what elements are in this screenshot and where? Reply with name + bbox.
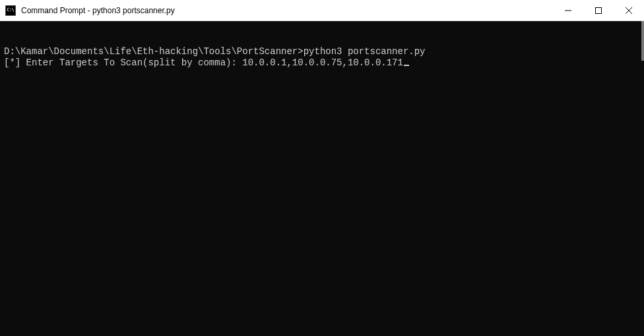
maximize-icon [595, 7, 602, 14]
close-button[interactable] [614, 0, 644, 20]
terminal-area[interactable]: D:\Kamar\Documents\Life\Eth-hacking\Tool… [0, 21, 644, 336]
window-title: Command Prompt - python3 portscanner.py [21, 6, 553, 15]
terminal-content: D:\Kamar\Documents\Life\Eth-hacking\Tool… [0, 21, 644, 94]
close-icon [626, 7, 632, 14]
scrollbar-thumb[interactable] [641, 21, 644, 61]
terminal-text: [*] Enter Targets To Scan(split by comma… [4, 57, 403, 68]
command-prompt-window: C:\ Command Prompt - python3 portscanner… [0, 0, 644, 336]
window-controls [553, 0, 644, 20]
titlebar[interactable]: C:\ Command Prompt - python3 portscanner… [0, 0, 644, 21]
maximize-button[interactable] [583, 0, 614, 20]
minimize-icon [565, 7, 571, 14]
minimize-button[interactable] [553, 0, 583, 20]
terminal-line: [*] Enter Targets To Scan(split by comma… [4, 57, 640, 69]
cmd-icon-label: C:\ [7, 8, 14, 13]
svg-rect-1 [596, 7, 602, 13]
cmd-icon: C:\ [5, 5, 16, 16]
terminal-line: D:\Kamar\Documents\Life\Eth-hacking\Tool… [4, 46, 640, 57]
cursor [404, 65, 409, 66]
